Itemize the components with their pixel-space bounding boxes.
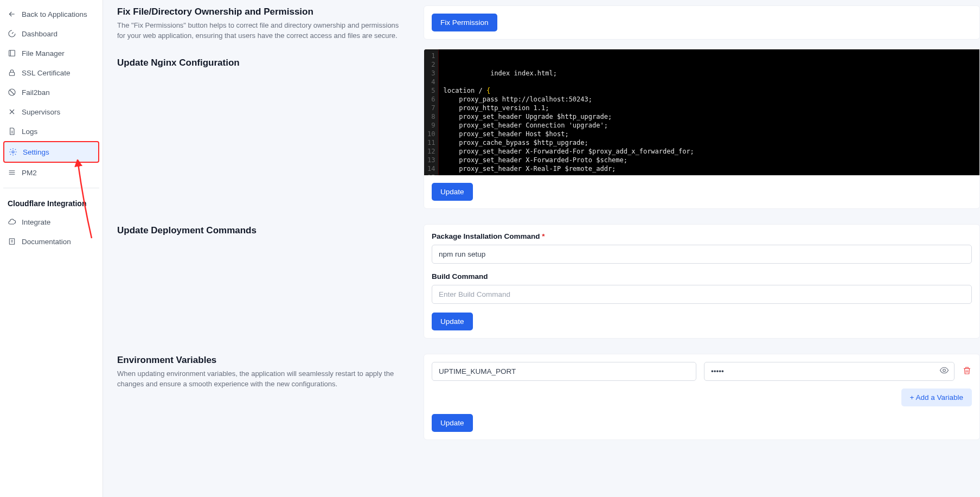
tools-icon — [8, 107, 16, 116]
env-update-button[interactable]: Update — [432, 414, 473, 432]
nginx-update-button[interactable]: Update — [432, 183, 473, 201]
code-area[interactable]: index index.html; location / { proxy_pas… — [439, 49, 979, 175]
sidebar-item-file-manager[interactable]: File Manager — [3, 43, 99, 63]
section-title: Update Nginx Configuration — [117, 58, 407, 68]
sidebar-item-pm2[interactable]: PM2 — [3, 163, 99, 182]
sidebar-item-label: Settings — [23, 148, 49, 156]
sidebar-item-label: Logs — [22, 128, 37, 136]
delete-variable-button[interactable] — [962, 366, 972, 377]
ban-icon — [8, 88, 16, 97]
folder-icon — [8, 49, 16, 58]
env-var-row — [432, 362, 972, 381]
sidebar-item-label: Supervisors — [22, 108, 60, 116]
line-gutter: 1 2 3 4 5 6 7 8 9 10 11 12 13 14 15 16 — [424, 49, 439, 175]
list-icon — [8, 168, 16, 177]
back-label: Back to Applications — [22, 10, 87, 18]
sidebar-item-ssl[interactable]: SSL Certificate — [3, 63, 99, 82]
sidebar-item-label: Dashboard — [22, 30, 57, 38]
svg-rect-0 — [9, 50, 15, 56]
svg-point-5 — [943, 369, 946, 372]
toggle-visibility-button[interactable] — [939, 366, 949, 377]
svg-rect-4 — [9, 239, 14, 245]
section-title: Fix File/Directory Ownership and Permiss… — [117, 7, 407, 17]
package-command-label: Package Installation Command * — [432, 232, 972, 240]
nginx-code-editor[interactable]: 1 2 3 4 5 6 7 8 9 10 11 12 13 14 15 16 i… — [424, 49, 979, 175]
main-content: Fix File/Directory Ownership and Permiss… — [103, 0, 980, 497]
env-key-input[interactable] — [432, 362, 696, 381]
sidebar-item-documentation[interactable]: Documentation — [3, 232, 99, 251]
sidebar-item-label: Documentation — [22, 238, 71, 246]
gauge-icon — [8, 29, 16, 38]
svg-point-3 — [12, 151, 14, 153]
sidebar-item-label: Fail2ban — [22, 88, 50, 97]
sidebar-item-dashboard[interactable]: Dashboard — [3, 24, 99, 43]
package-command-input[interactable] — [432, 245, 972, 264]
cloud-icon — [8, 218, 16, 226]
trash-icon — [962, 369, 972, 377]
file-text-icon — [8, 127, 16, 136]
sidebar-item-settings[interactable]: Settings — [3, 141, 99, 163]
sidebar-divider — [3, 188, 99, 188]
section-deployment: Update Deployment Commands Package Insta… — [117, 224, 980, 339]
lock-icon — [8, 68, 16, 77]
sidebar-item-label: File Manager — [22, 49, 65, 58]
section-env-vars: Environment Variables When updating envi… — [117, 354, 980, 440]
eye-icon — [939, 369, 949, 377]
deploy-update-button[interactable]: Update — [432, 313, 473, 330]
add-variable-button[interactable]: + Add a Variable — [901, 388, 972, 406]
document-icon — [8, 237, 16, 246]
sidebar-item-label: SSL Certificate — [22, 69, 71, 77]
fix-permission-button[interactable]: Fix Permission — [432, 14, 497, 31]
section-desc: The "Fix Permissions" button helps to co… — [117, 21, 407, 41]
sidebar-item-fail2ban[interactable]: Fail2ban — [3, 82, 99, 102]
section-nginx: Update Nginx Configuration 1 2 3 4 5 6 7… — [117, 56, 980, 209]
section-desc: When updating environment variables, the… — [117, 369, 407, 390]
build-command-label: Build Command — [432, 272, 972, 281]
env-value-input[interactable] — [704, 362, 955, 381]
sidebar-item-label: Integrate — [22, 218, 50, 226]
section-title: Environment Variables — [117, 355, 407, 366]
arrow-left-icon — [8, 10, 16, 18]
build-command-input[interactable] — [432, 285, 972, 304]
gear-icon — [9, 148, 17, 156]
section-title: Update Deployment Commands — [117, 225, 407, 236]
integration-heading: Cloudflare Integration — [3, 194, 99, 212]
back-to-applications[interactable]: Back to Applications — [3, 4, 99, 24]
sidebar-item-integrate[interactable]: Integrate — [3, 212, 99, 232]
sidebar-item-label: PM2 — [22, 169, 37, 177]
sidebar-item-logs[interactable]: Logs — [3, 122, 99, 141]
section-fix-permissions: Fix File/Directory Ownership and Permiss… — [117, 5, 980, 41]
sidebar-item-supervisors[interactable]: Supervisors — [3, 102, 99, 122]
sidebar: Back to Applications Dashboard File Mana… — [0, 0, 103, 497]
svg-rect-1 — [9, 72, 14, 75]
